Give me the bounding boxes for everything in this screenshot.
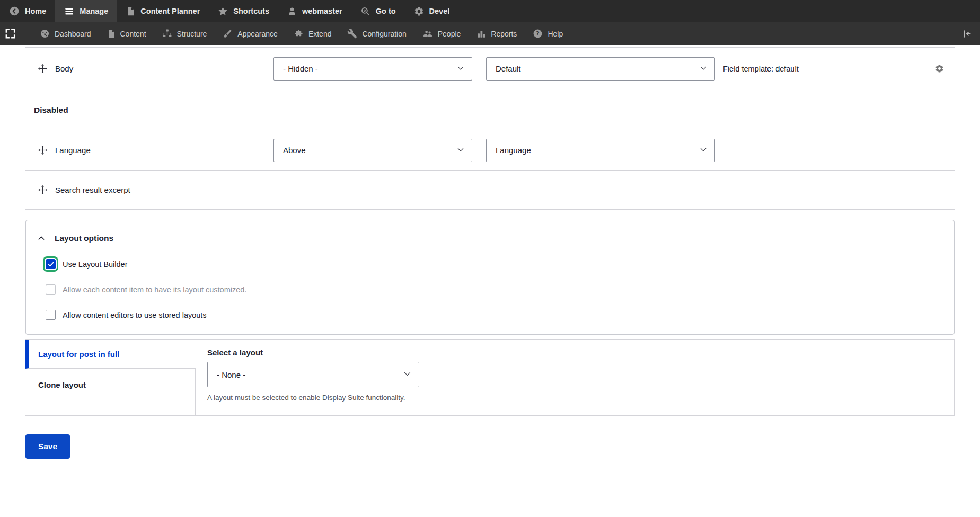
toolbar-item-user[interactable]: webmaster bbox=[278, 0, 351, 22]
use-layout-builder-checkbox[interactable] bbox=[46, 259, 56, 269]
checkbox-label[interactable]: Allow content editors to use stored layo… bbox=[63, 311, 207, 319]
checkbox-label: Allow each content item to have its layo… bbox=[63, 286, 246, 294]
disabled-heading: Disabled bbox=[25, 105, 68, 115]
field-region-select[interactable]: - Hidden - bbox=[273, 57, 472, 81]
tab-clone-layout[interactable]: Clone layout bbox=[25, 369, 196, 389]
toolbar-item-shortcuts[interactable]: Shortcuts bbox=[209, 0, 278, 22]
save-button[interactable]: Save bbox=[25, 434, 70, 459]
toolbar-item-label: Devel bbox=[429, 7, 450, 15]
drag-handle-icon[interactable] bbox=[38, 145, 48, 155]
stored-layouts-checkbox[interactable] bbox=[46, 310, 56, 320]
field-formatter-select[interactable]: Language bbox=[486, 139, 715, 162]
gear-icon bbox=[414, 6, 424, 16]
admin-item-configuration[interactable]: Configuration bbox=[339, 22, 414, 45]
toolbar-top: Home Manage Content Planner Shortcuts we… bbox=[0, 0, 980, 22]
chevron-down-icon bbox=[456, 145, 465, 155]
field-template-cell: Field template: default bbox=[723, 64, 955, 73]
layout-select[interactable]: - None - bbox=[207, 362, 419, 387]
toolbar-item-home[interactable]: Home bbox=[0, 0, 55, 22]
checkbox-row-use-layout-builder: Use Layout Builder bbox=[46, 259, 954, 269]
drupal-admin-icon[interactable] bbox=[0, 22, 20, 45]
admin-item-label: Reports bbox=[491, 30, 517, 38]
question-icon: ? bbox=[533, 29, 543, 39]
toolbar-item-label: Go to bbox=[376, 7, 396, 15]
field-label: Language bbox=[55, 146, 91, 155]
admin-item-help[interactable]: ? Help bbox=[525, 22, 571, 45]
layout-options-legend[interactable]: Layout options bbox=[26, 220, 954, 243]
disabled-section-row: Disabled bbox=[25, 90, 955, 130]
legend-text: Layout options bbox=[55, 234, 113, 243]
select-value: Default bbox=[496, 64, 521, 73]
layout-options-fieldset: Layout options Use Layout Builder Allow … bbox=[25, 220, 955, 335]
star-icon bbox=[218, 6, 228, 16]
sitemap-icon bbox=[162, 29, 172, 39]
toolbar-item-label: Shortcuts bbox=[233, 7, 269, 15]
checkbox-row-stored-layouts: Allow content editors to use stored layo… bbox=[46, 310, 954, 320]
field-label-cell: Search result excerpt bbox=[25, 185, 273, 195]
checkbox-row-allow-custom: Allow each content item to have its layo… bbox=[46, 284, 954, 295]
admin-item-structure[interactable]: Structure bbox=[154, 22, 215, 45]
field-label-cell: Language bbox=[25, 145, 273, 155]
toolbar-item-manage[interactable]: Manage bbox=[55, 0, 117, 22]
admin-item-content[interactable]: Content bbox=[99, 22, 154, 45]
allow-custom-layout-checkbox bbox=[46, 284, 56, 295]
layout-vertical-tabs: Layout for post in full Clone layout Sel… bbox=[25, 339, 955, 416]
drag-handle-icon[interactable] bbox=[38, 64, 48, 74]
admin-item-label: Dashboard bbox=[55, 30, 91, 38]
field-settings-gear-icon[interactable] bbox=[935, 64, 944, 73]
people-icon bbox=[422, 29, 433, 39]
admin-item-appearance[interactable]: Appearance bbox=[215, 22, 286, 45]
toolbar-item-label: webmaster bbox=[302, 7, 342, 15]
puzzle-icon bbox=[294, 29, 304, 39]
hamburger-icon bbox=[64, 6, 74, 16]
file-icon bbox=[126, 6, 135, 16]
chevron-down-icon bbox=[403, 369, 412, 380]
tab-label: Clone layout bbox=[38, 380, 86, 389]
select-value: - None - bbox=[217, 370, 245, 379]
back-arrow-icon bbox=[9, 6, 20, 16]
admin-item-label: People bbox=[438, 30, 461, 38]
admin-item-label: Configuration bbox=[362, 30, 406, 38]
field-row-language: Language Above Language bbox=[25, 130, 955, 171]
toolbar-orientation-toggle-icon[interactable] bbox=[961, 22, 973, 45]
bar-chart-icon bbox=[476, 29, 486, 39]
bottom-whitespace bbox=[25, 459, 955, 517]
toolbar-item-label: Home bbox=[25, 7, 46, 15]
admin-item-label: Content bbox=[120, 30, 146, 38]
admin-item-people[interactable]: People bbox=[414, 22, 469, 45]
toolbar-item-devel[interactable]: Devel bbox=[405, 0, 459, 22]
drag-handle-icon[interactable] bbox=[38, 185, 48, 195]
field-label: Body bbox=[55, 64, 73, 73]
select-layout-label: Select a layout bbox=[207, 348, 954, 357]
admin-item-label: Structure bbox=[177, 30, 207, 38]
select-value: Language bbox=[496, 146, 531, 155]
admin-item-dashboard[interactable]: Dashboard bbox=[32, 22, 99, 45]
toolbar-item-content-planner[interactable]: Content Planner bbox=[117, 0, 209, 22]
vertical-tabs-menu: Layout for post in full Clone layout bbox=[25, 340, 196, 415]
field-row-search-result-excerpt: Search result excerpt bbox=[25, 171, 955, 210]
tab-layout-for-post-in-full[interactable]: Layout for post in full bbox=[25, 340, 196, 369]
svg-text:?: ? bbox=[536, 30, 540, 37]
chevron-down-icon bbox=[456, 64, 465, 74]
admin-item-reports[interactable]: Reports bbox=[469, 22, 525, 45]
brush-icon bbox=[223, 29, 233, 39]
file-icon bbox=[107, 29, 116, 39]
field-row-body: Body - Hidden - Default Field template: … bbox=[25, 48, 955, 90]
admin-item-extend[interactable]: Extend bbox=[286, 22, 340, 45]
select-value: Above bbox=[283, 146, 306, 155]
select-value: - Hidden - bbox=[283, 64, 318, 73]
admin-item-label: Help bbox=[548, 30, 563, 38]
field-formatter-select[interactable]: Default bbox=[486, 57, 715, 81]
toolbar-item-goto[interactable]: Go to bbox=[351, 0, 405, 22]
main-content: Body - Hidden - Default Field template: … bbox=[0, 47, 980, 517]
toolbar-item-label: Manage bbox=[80, 7, 108, 15]
gauge-icon bbox=[40, 29, 50, 39]
chevron-down-icon bbox=[699, 145, 708, 155]
layout-select-description: A layout must be selected to enable Disp… bbox=[207, 394, 954, 402]
toolbar-item-label: Content Planner bbox=[140, 7, 200, 15]
field-label-cell: Body bbox=[25, 64, 273, 74]
field-region-select[interactable]: Above bbox=[273, 139, 472, 162]
checkbox-label[interactable]: Use Layout Builder bbox=[63, 260, 128, 269]
vertical-tabs-pane: Select a layout - None - A layout must b… bbox=[195, 340, 954, 415]
wrench-icon bbox=[347, 29, 357, 39]
